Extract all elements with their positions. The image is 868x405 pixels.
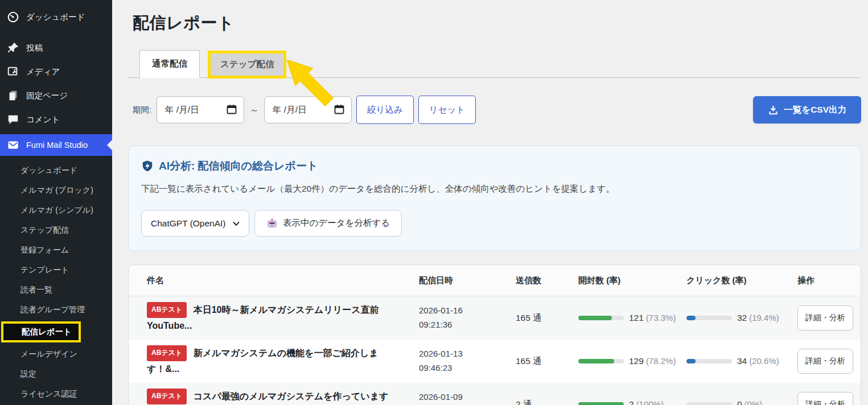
open-rate-fill <box>578 316 612 320</box>
subject-cell: ABテスト 新メルマガシステムの機能を一部ご紹介します！&... <box>147 345 406 377</box>
submenu-label: テンプレート <box>20 265 69 275</box>
delivery-datetime: 2026-01-13 09:46:23 <box>419 347 516 375</box>
pin-icon <box>7 42 19 54</box>
detail-analyze-button[interactable]: 詳細・分析 <box>797 392 853 405</box>
submenu-item-license[interactable]: ライセンス認証 <box>0 384 112 404</box>
click-count: 32 <box>737 313 747 323</box>
ai-panel-description: 下記一覧に表示されているメール（最大20件）のデータを総合的に分析し、全体の傾向… <box>141 183 847 195</box>
table-row: ABテスト 本日10時～新メルマガシステムリリース直前 YouTube... 2… <box>129 296 861 340</box>
report-tabbar: 通常配信 ステップ配信 <box>128 50 861 78</box>
report-table: 件名 配信日時 送信数 開封数 (率) クリック数 (率) 操作 ABテスト 本… <box>128 265 861 405</box>
ai-panel-title-row: AI分析: 配信傾向の総合レポート <box>141 159 847 173</box>
sent-count: 2 通 <box>516 399 578 405</box>
submenu-item-mailmag-block[interactable]: メルマガ (ブロック) <box>0 180 112 200</box>
submenu-item-dashboard[interactable]: ダッシュボード <box>0 160 112 180</box>
calendar-icon[interactable] <box>334 104 345 115</box>
filter-reset-button[interactable]: リセット <box>418 96 476 124</box>
sent-count: 165 通 <box>516 356 578 367</box>
sidebar-item-posts[interactable]: 投稿 <box>0 36 112 60</box>
media-icon <box>7 65 19 78</box>
main-content: 配信レポート 通常配信 ステップ配信 期間: ～ 絞り込み リセット 一覧をCS… <box>112 0 868 405</box>
plugin-submenu: ダッシュボード メルマガ (ブロック) メルマガ (シンプル) ステップ配信 登… <box>0 156 112 404</box>
submenu-item-registration-form[interactable]: 登録フォーム <box>0 240 112 260</box>
open-metric: 129(78.2%) <box>578 356 686 366</box>
sidebar-separator <box>0 29 112 36</box>
csv-button-label: 一覧をCSV出力 <box>784 104 846 116</box>
sidebar-item-label: 投稿 <box>26 43 43 53</box>
ai-analysis-panel: AI分析: 配信傾向の総合レポート 下記一覧に表示されているメール（最大20件）… <box>128 146 861 251</box>
sidebar-item-pages[interactable]: 固定ページ <box>0 84 112 108</box>
submenu-label: メルマガ (ブロック) <box>20 185 93 196</box>
date-to-wrap <box>264 96 352 123</box>
open-rate: (78.2%) <box>646 356 676 366</box>
sidebar-item-media[interactable]: メディア <box>0 60 112 84</box>
open-rate: (100%) <box>636 399 664 405</box>
filter-apply-button[interactable]: 絞り込み <box>356 96 414 124</box>
sent-count: 165 通 <box>516 312 578 324</box>
admin-sidebar: ダッシュボード 投稿 メディア 固定ページ コメント Fumi Mail Stu… <box>0 0 112 405</box>
subject-cell: ABテスト コスパ最強のメルマガシステムを作っています (複製) <box>147 389 406 405</box>
submenu-label: ダッシュボード <box>20 166 77 176</box>
annotation-highlight-box: 配信レポート <box>1 321 81 342</box>
submenu-item-reader-group[interactable]: 読者グループ管理 <box>0 300 112 320</box>
sidebar-item-comments[interactable]: コメント <box>0 108 112 131</box>
delivery-date: 2026-01-16 <box>419 304 516 318</box>
open-rate-fill <box>578 402 624 405</box>
submenu-item-template[interactable]: テンプレート <box>0 260 112 280</box>
ai-panel-title: AI分析: 配信傾向の総合レポート <box>159 159 318 173</box>
submenu-item-step-delivery[interactable]: ステップ配信 <box>0 220 112 240</box>
col-datetime: 配信日時 <box>419 275 516 286</box>
click-rate: (20.6%) <box>749 356 779 366</box>
submenu-label: 設定 <box>20 369 36 379</box>
click-rate-fill <box>686 359 696 363</box>
click-rate-bar <box>686 359 732 363</box>
sidebar-item-fumi-mail-studio[interactable]: Fumi Mail Studio <box>0 134 112 156</box>
app-window: ダッシュボード 投稿 メディア 固定ページ コメント Fumi Mail Stu… <box>0 0 868 405</box>
open-rate-bar <box>578 359 624 363</box>
submenu-item-reader-list[interactable]: 読者一覧 <box>0 280 112 300</box>
sidebar-item-label: メディア <box>26 67 60 77</box>
table-header-row: 件名 配信日時 送信数 開封数 (率) クリック数 (率) 操作 <box>129 265 861 296</box>
open-rate-fill <box>578 359 614 363</box>
delivery-time: 09:21:36 <box>419 318 516 332</box>
detail-analyze-button[interactable]: 詳細・分析 <box>797 349 853 374</box>
click-metric: 32(19.4%) <box>686 313 797 323</box>
click-rate-bar <box>686 316 732 320</box>
click-metric: 0(0%) <box>686 399 797 405</box>
ai-model-value: ChatGPT (OpenAI) <box>151 218 226 229</box>
open-metric: 2(100%) <box>578 399 686 405</box>
submenu-item-delivery-report[interactable]: 配信レポート <box>1 321 112 342</box>
chevron-down-icon <box>232 219 241 228</box>
col-actions: 操作 <box>797 275 849 286</box>
submenu-item-mailmag-simple[interactable]: メルマガ (シンプル) <box>0 200 112 220</box>
open-count: 121 <box>629 313 644 323</box>
click-rate-bar <box>686 402 732 405</box>
submenu-item-settings[interactable]: 設定 <box>0 364 112 384</box>
table-row: ABテスト 新メルマガシステムの機能を一部ご紹介します！&... 2026-01… <box>129 340 861 383</box>
delivery-time: 09:46:23 <box>419 361 516 375</box>
date-from-wrap <box>157 96 244 123</box>
ai-shield-icon <box>141 160 154 172</box>
submenu-label: ライセンス認証 <box>20 389 77 399</box>
tab-step-delivery[interactable]: ステップ配信 <box>208 51 286 78</box>
click-rate: (0%) <box>744 399 763 405</box>
ai-analyze-button[interactable]: 表示中のデータを分析する <box>254 210 402 237</box>
detail-analyze-button[interactable]: 詳細・分析 <box>797 305 853 330</box>
click-rate-fill <box>686 316 696 320</box>
calendar-icon[interactable] <box>226 104 237 115</box>
tab-normal-delivery[interactable]: 通常配信 <box>139 50 200 78</box>
table-row: ABテスト コスパ最強のメルマガシステムを作っています (複製) 2026-01… <box>129 383 861 405</box>
submenu-label: メルマガ (シンプル) <box>20 205 93 216</box>
ab-test-badge: ABテスト <box>147 389 187 404</box>
submenu-label: 読者一覧 <box>20 285 52 295</box>
ab-test-badge: ABテスト <box>147 345 187 361</box>
col-sent: 送信数 <box>516 275 578 286</box>
filter-row: 期間: ～ 絞り込み リセット 一覧をCSV出力 <box>128 96 861 124</box>
delivery-date: 2026-01-09 <box>419 390 516 404</box>
ai-model-select[interactable]: ChatGPT (OpenAI) <box>141 210 249 237</box>
csv-export-button[interactable]: 一覧をCSV出力 <box>753 96 861 123</box>
delivery-datetime: 2026-01-16 09:21:36 <box>419 304 516 332</box>
period-label: 期間: <box>133 105 151 115</box>
submenu-item-mail-design[interactable]: メールデザイン <box>0 344 112 364</box>
sidebar-item-dashboard[interactable]: ダッシュボード <box>0 5 112 29</box>
